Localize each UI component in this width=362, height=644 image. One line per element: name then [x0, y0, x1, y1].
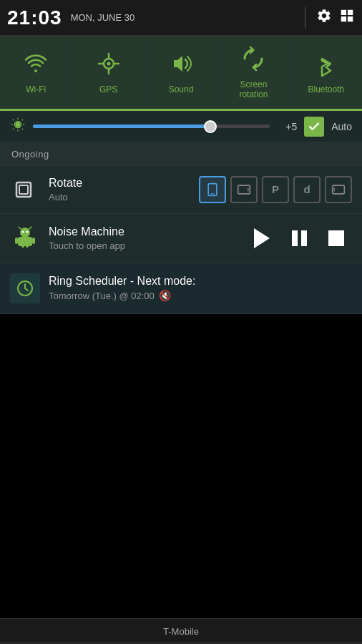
rotate-landscape-btn[interactable]: [230, 176, 258, 203]
bluetooth-underline: [290, 109, 362, 111]
settings-icon[interactable]: [316, 8, 332, 27]
wifi-label: Wi-Fi: [26, 84, 46, 94]
svg-point-1: [107, 62, 110, 66]
bluetooth-icon: [313, 51, 339, 80]
svg-rect-16: [18, 237, 32, 246]
svg-line-27: [25, 288, 28, 291]
brightness-auto-checkbox[interactable]: [304, 117, 324, 137]
ring-scheduler-subtitle: Tomorrow (Tue.) @ 02:00 🔇: [49, 290, 195, 301]
toggle-rotation[interactable]: Screen rotation: [217, 36, 290, 109]
stop-button[interactable]: [321, 223, 352, 254]
rotate-portrait-btn[interactable]: [199, 176, 226, 203]
play-button[interactable]: [246, 223, 278, 254]
svg-rect-17: [15, 238, 18, 244]
toggle-bluetooth[interactable]: Bluetooth: [290, 36, 362, 109]
toggle-wifi[interactable]: Wi-Fi: [0, 36, 72, 109]
rotate-subtitle: Auto: [49, 192, 199, 203]
sound-icon: [168, 51, 194, 80]
ring-scheduler-time: Tomorrow (Tue.) @ 02:00: [49, 291, 155, 301]
rotate-title: Rotate: [49, 177, 199, 190]
ring-scheduler-content: Ring Scheduler - Next mode: Tomorrow (Tu…: [49, 275, 195, 301]
wifi-underline: [0, 109, 72, 111]
pause-button[interactable]: [283, 223, 315, 254]
mute-icon: 🔇: [159, 290, 171, 301]
rotation-icon: [240, 46, 266, 75]
noise-machine-content: Noise Machine Touch to open app: [49, 225, 240, 251]
svg-point-15: [20, 228, 30, 238]
svg-line-24: [29, 227, 31, 229]
status-date: MON, JUNE 30: [71, 12, 135, 23]
media-controls: [246, 223, 352, 254]
brightness-fill: [33, 125, 210, 128]
carrier-label: T-Mobile: [163, 626, 199, 637]
brightness-value: +5: [277, 121, 297, 132]
rotate-notif-icon: [10, 175, 40, 205]
svg-rect-19: [21, 243, 24, 248]
rotation-label: Screen rotation: [239, 79, 268, 100]
noise-machine-icon: [10, 223, 40, 253]
brightness-icon: [10, 117, 26, 136]
rotation-underline: [217, 109, 289, 111]
status-divider: [305, 7, 305, 29]
svg-point-21: [22, 230, 24, 233]
toggle-gps[interactable]: GPS: [72, 36, 145, 109]
svg-line-23: [19, 227, 21, 229]
sound-underline: [145, 109, 217, 111]
play-icon: [254, 228, 270, 248]
pause-icon: [292, 230, 307, 246]
stop-icon: [328, 230, 344, 246]
svg-point-6: [15, 122, 20, 127]
brightness-thumb: [204, 120, 217, 133]
brightness-row: +5 Auto: [0, 111, 362, 143]
brightness-slider[interactable]: [33, 125, 270, 128]
rotate-content: Rotate Auto: [49, 177, 199, 203]
rotate-notification[interactable]: Rotate Auto P d: [0, 166, 362, 214]
ring-scheduler-notification[interactable]: Ring Scheduler - Next mode: Tomorrow (Tu…: [0, 263, 362, 314]
rotate-d-btn[interactable]: d: [293, 176, 321, 203]
gps-icon: [96, 51, 122, 80]
noise-machine-title: Noise Machine: [49, 225, 240, 238]
ring-scheduler-title: Ring Scheduler - Next mode:: [49, 275, 195, 288]
sound-label: Sound: [169, 84, 194, 94]
noise-machine-subtitle: Touch to open app: [49, 240, 240, 251]
rotate-action-icons: P d: [199, 176, 352, 203]
gps-underline: [72, 109, 144, 111]
status-time: 21:03: [7, 6, 62, 29]
status-bar: 21:03 MON, JUNE 30: [0, 0, 362, 36]
ongoing-title: Ongoing: [11, 149, 49, 160]
svg-rect-20: [26, 243, 29, 248]
status-icons: [301, 7, 355, 29]
svg-rect-18: [32, 238, 35, 244]
noise-machine-notification[interactable]: Noise Machine Touch to open app: [0, 214, 362, 263]
bluetooth-label: Bluetooth: [308, 84, 344, 94]
bottom-bar: T-Mobile: [0, 618, 362, 644]
ongoing-header: Ongoing: [0, 143, 362, 166]
rotate-landscape2-btn[interactable]: [325, 176, 352, 203]
wifi-icon: [23, 51, 49, 80]
quick-toggles: Wi-Fi GPS Sound: [0, 36, 362, 111]
svg-rect-8: [19, 185, 28, 194]
rotate-p-btn[interactable]: P: [262, 176, 289, 203]
svg-point-22: [26, 230, 29, 233]
brightness-auto-label: Auto: [331, 121, 352, 132]
toggle-sound[interactable]: Sound: [145, 36, 217, 109]
ring-scheduler-icon: [10, 273, 40, 303]
grid-icon[interactable]: [339, 8, 355, 27]
gps-label: GPS: [99, 84, 117, 94]
